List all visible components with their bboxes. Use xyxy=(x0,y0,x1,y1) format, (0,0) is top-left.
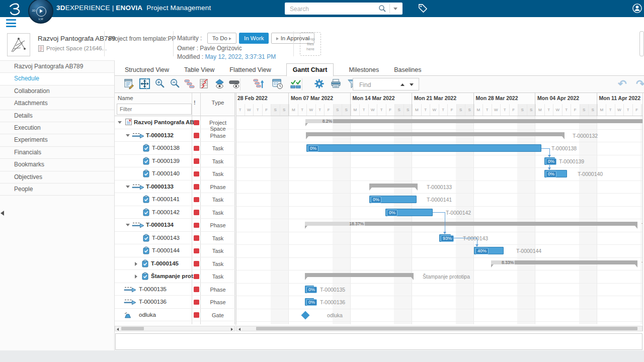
gantt-bar-t-0000144[interactable]: 40% xyxy=(474,247,504,254)
edit-gantt-properties-icon[interactable] xyxy=(123,78,136,91)
table-row[interactable]: T-0000134Phase xyxy=(115,219,235,232)
tab-structured-view[interactable]: Structured View xyxy=(125,64,169,76)
zoom-out-icon[interactable] xyxy=(169,78,182,91)
settings-gear-icon[interactable] xyxy=(313,78,327,91)
status-flag[interactable] xyxy=(194,158,199,164)
show-gates-icon[interactable] xyxy=(214,78,227,91)
status-flag[interactable] xyxy=(194,235,199,241)
sidebar-item-schedule[interactable]: Schedule xyxy=(0,73,114,85)
column-header-name[interactable]: Name xyxy=(118,95,133,101)
gantt-summary-bar-t-0000132[interactable] xyxy=(306,132,565,136)
status-flag[interactable] xyxy=(194,274,199,280)
column-header-type[interactable]: Type xyxy=(201,100,234,106)
status-flag[interactable] xyxy=(194,261,199,266)
sidebar-item-collaboration[interactable]: Collaboration xyxy=(0,85,114,98)
gantt-summary-bar-tampanje-prot[interactable] xyxy=(305,273,414,277)
menu-icon[interactable] xyxy=(6,19,16,29)
fit-to-window-icon[interactable] xyxy=(139,78,152,91)
table-row[interactable]: T-0000135Phase xyxy=(115,283,235,296)
status-flag[interactable] xyxy=(194,287,199,292)
row-name[interactable]: T-0000133 xyxy=(146,184,174,190)
row-name[interactable]: T-0000138 xyxy=(152,145,180,151)
table-row[interactable]: T-0000136Phase xyxy=(115,296,235,309)
milestone-diamond-odluka[interactable] xyxy=(301,311,310,319)
row-name[interactable]: T-0000142 xyxy=(152,209,180,215)
collapse-row-icon[interactable] xyxy=(118,121,122,124)
find-previous-icon[interactable] xyxy=(400,83,405,86)
chevron-down-icon[interactable] xyxy=(393,8,397,10)
redo-icon[interactable]: ↷ xyxy=(636,78,644,89)
table-row[interactable]: T-0000139Task xyxy=(115,155,235,168)
print-icon[interactable] xyxy=(330,78,343,91)
search-icon[interactable] xyxy=(378,5,386,13)
gantt-summary-bar-t-0000145[interactable]: 8.33% xyxy=(491,260,637,264)
validate-tasks-icon[interactable] xyxy=(290,78,303,91)
gantt-bar-t-0000135[interactable]: 0% xyxy=(305,286,314,293)
scrollbar-thumb[interactable] xyxy=(256,327,637,330)
table-row[interactable]: T-0000138Task xyxy=(115,142,235,155)
table-row[interactable]: Razvoj Pantografa AB...Project Space xyxy=(115,116,235,129)
compass-icon[interactable]: 3D V,R xyxy=(28,0,53,24)
row-name[interactable]: T-0000144 xyxy=(152,247,180,253)
tab-gantt-chart[interactable]: Gantt Chart xyxy=(286,63,334,76)
sidebar-item-bookmarks[interactable]: Bookmarks xyxy=(0,159,114,171)
scheduling-options-icon[interactable] xyxy=(272,78,285,91)
project-thumbnail[interactable] xyxy=(7,33,30,56)
status-flag[interactable] xyxy=(194,184,199,190)
sidebar-item-attachments[interactable]: Attachments xyxy=(0,98,114,110)
table-row[interactable]: T-0000145Task xyxy=(115,257,235,270)
dassault-logo[interactable] xyxy=(7,2,27,16)
find-input[interactable] xyxy=(358,80,403,89)
tag-icon[interactable] xyxy=(418,3,428,14)
undo-icon[interactable]: ↶ xyxy=(618,78,627,89)
find-next-icon[interactable] xyxy=(410,83,414,86)
column-header-flag[interactable]: ! xyxy=(194,100,196,106)
status-flag[interactable] xyxy=(194,146,199,151)
table-row[interactable]: T-0000144Task xyxy=(115,244,235,257)
row-name[interactable]: Razvoj Pantografa AB... xyxy=(134,119,199,125)
table-row[interactable]: T-0000140Task xyxy=(115,167,235,180)
status-flag[interactable] xyxy=(194,248,199,254)
sidebar-item-objectives[interactable]: Objectives xyxy=(0,171,114,184)
tab-milestones[interactable]: Milestones xyxy=(349,64,379,76)
table-row[interactable]: T-0000143Task xyxy=(115,232,235,245)
gantt-summary-bar-razvoj-pantografa-ab[interactable]: 8.2% xyxy=(305,119,642,123)
vertical-scrollbar-thumb[interactable] xyxy=(639,31,644,56)
sidebar-item-financials[interactable]: Financials xyxy=(0,147,114,159)
sidebar-item-execution[interactable]: Execution xyxy=(0,122,114,134)
scroll-right-icon[interactable] xyxy=(231,328,233,331)
sidebar-item-people[interactable]: People xyxy=(0,184,114,196)
status-flag[interactable] xyxy=(194,300,199,305)
table-row[interactable]: T-0000133Phase xyxy=(115,180,235,194)
gantt-bar-t-0000138[interactable]: 0% xyxy=(306,144,541,152)
table-row[interactable]: Štampanje prot...Task xyxy=(115,270,235,283)
table-row[interactable]: T-0000141Task xyxy=(115,193,235,206)
gantt-bar-t-0000140[interactable]: 0% xyxy=(544,170,567,177)
sidebar-item-razvoj-pantografa-ab789[interactable]: Razvoj Pantografa AB789 xyxy=(0,61,114,73)
critical-path-icon[interactable] xyxy=(199,78,212,91)
drop-files-zone[interactable]: Drop files here xyxy=(300,32,321,56)
collapse-row-icon[interactable] xyxy=(126,186,130,188)
gantt-bar-t-0000136[interactable]: 0% xyxy=(305,298,314,306)
scroll-left-icon[interactable] xyxy=(238,328,240,331)
status-flag[interactable] xyxy=(194,171,199,177)
row-name[interactable]: Štampanje prot... xyxy=(151,273,198,279)
maturity-state-to-do[interactable]: To Do xyxy=(207,33,236,44)
maturity-state-in-work[interactable]: In Work xyxy=(239,33,269,44)
table-row[interactable]: odlukaGate xyxy=(115,309,235,322)
reschedule-icon[interactable] xyxy=(253,78,266,91)
status-flag[interactable] xyxy=(194,210,199,215)
table-row[interactable]: T-0000142Task xyxy=(115,206,235,219)
expand-row-icon[interactable] xyxy=(135,262,137,266)
filter-input[interactable] xyxy=(117,104,192,115)
row-name[interactable]: T-0000140 xyxy=(152,170,180,176)
gantt-bar-t-0000139[interactable]: 0% xyxy=(544,157,555,165)
row-name[interactable]: T-0000134 xyxy=(146,222,174,228)
gantt-bar-t-0000141[interactable]: 0% xyxy=(369,196,417,203)
row-name[interactable]: T-0000145 xyxy=(151,260,179,266)
table-row[interactable]: T-0000132Phase xyxy=(115,129,235,142)
status-flag[interactable] xyxy=(194,197,199,203)
zoom-in-icon[interactable] xyxy=(154,78,167,91)
scroll-left-icon[interactable] xyxy=(117,328,119,331)
collapse-row-icon[interactable] xyxy=(126,134,130,137)
